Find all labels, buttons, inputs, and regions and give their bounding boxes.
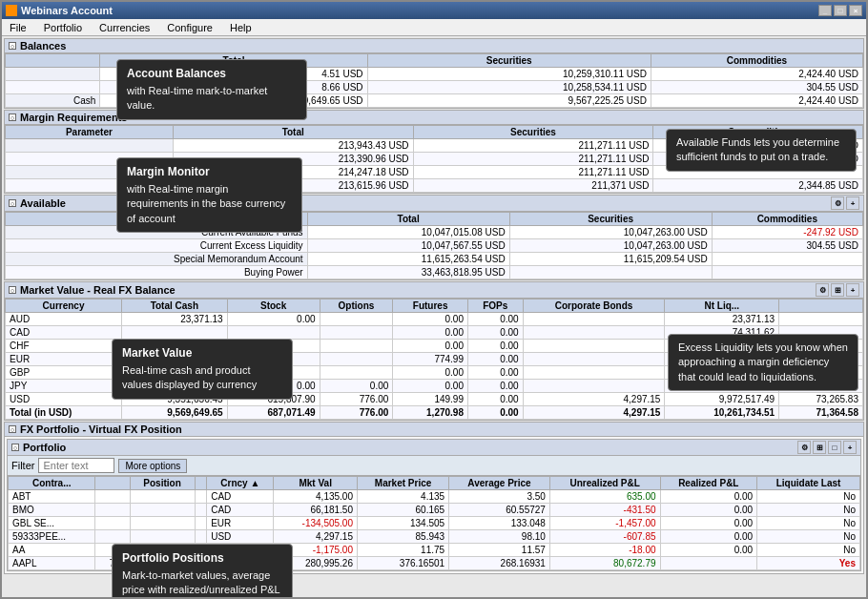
close-button[interactable]: ×	[849, 5, 862, 16]
mv-tool-1[interactable]: ⚙	[816, 283, 829, 297]
margin-title: Margin Requirements	[20, 112, 127, 123]
balances-col-securities: Securities	[367, 54, 651, 68]
table-row: AUD 23,371.13 0.00 0.00 0.00 23,371.13	[6, 313, 863, 326]
portfolio-col-2	[95, 477, 130, 490]
table-row: ABT CAD 4,135.00 4.135 3.50 635.00 0.00	[9, 490, 860, 504]
mv-col-ntliq: Nt Liq...	[665, 300, 779, 313]
portfolio-tool-4[interactable]: +	[843, 441, 857, 454]
tooltip-balances: Account Balances with Real-time mark-to-…	[116, 59, 307, 120]
mv-col-stock: Stock	[227, 300, 320, 313]
avail-col-total: Total	[307, 213, 509, 226]
portfolio-col-mktprice: Market Price	[357, 477, 448, 490]
title-bar-buttons: _ □ ×	[818, 5, 862, 16]
portfolio-tool-3[interactable]: □	[828, 441, 841, 454]
portfolio-filter-bar: Filter More options	[8, 456, 860, 476]
filter-label: Filter	[11, 460, 34, 471]
mv-title: Market Value - Real FX Balance	[20, 284, 176, 296]
tool-icon-1[interactable]: ⚙	[831, 196, 844, 210]
table-row: Special Memorandum Account 11,615,263.54…	[6, 253, 863, 266]
table-row: 59333PEE... USD 4,297.15 85.943 98.10 -6…	[9, 530, 860, 544]
margin-col-total: Total	[173, 126, 413, 139]
portfolio-title: Portfolio	[23, 442, 66, 453]
tooltip-portfolio-text: Mark-to-market values, average price wit…	[122, 569, 280, 595]
tooltip-portfolio-title: Portfolio Positions	[122, 550, 282, 567]
maximize-button[interactable]: □	[834, 5, 847, 16]
menu-help[interactable]: Help	[226, 22, 256, 33]
mv-collapse-icon[interactable]: ○	[9, 286, 16, 294]
portfolio-col-mktval: Mkt Val	[274, 477, 358, 490]
table-row: Buying Power 33,463,818.95 USD	[6, 266, 863, 279]
available-tools: ⚙ +	[831, 196, 859, 210]
mv-col-futures: Futures	[393, 300, 468, 313]
tooltip-balances-title: Account Balances	[127, 66, 297, 82]
portfolio-col-contract: Contra...	[9, 477, 95, 490]
balances-col-empty	[6, 54, 100, 68]
tooltip-margin-title: Margin Monitor	[127, 164, 292, 180]
window-title: Webinars Account	[21, 5, 113, 16]
available-collapse-icon[interactable]: ○	[9, 199, 16, 207]
tooltip-excess: Excess Liquidity lets you know when appr…	[668, 334, 858, 391]
market-value-header: ○ Market Value - Real FX Balance ⚙ ⊞ +	[5, 282, 863, 299]
menu-bar: File Portfolio Currencies Configure Help	[2, 19, 866, 36]
margin-col-securities: Securities	[413, 126, 653, 139]
tool-icon-2[interactable]: +	[846, 196, 859, 210]
balances-col-commodities: Commodities	[651, 54, 862, 68]
tooltip-balances-text: with Real-time mark-to-market value.	[127, 85, 267, 111]
avail-col-commodities: Commodities	[712, 213, 862, 226]
portfolio-col-unrealized: Unrealized P&L	[549, 477, 660, 490]
portfolio-header: ○ Portfolio ⚙ ⊞ □ +	[8, 440, 860, 456]
menu-portfolio[interactable]: Portfolio	[40, 22, 86, 33]
menu-currencies[interactable]: Currencies	[95, 22, 154, 33]
portfolio-col-realized: Realized P&L	[660, 477, 757, 490]
menu-configure[interactable]: Configure	[163, 22, 217, 33]
balances-title: Balances	[20, 40, 66, 52]
mv-tool-2[interactable]: ⊞	[831, 283, 844, 297]
tooltip-mv-text: Real-time cash and product values displa…	[122, 364, 257, 390]
portfolio-tools: ⚙ ⊞ □ +	[797, 441, 857, 454]
portfolio-collapse-icon[interactable]: ○	[11, 444, 19, 451]
tooltip-excess-text: Excess Liquidity lets you know when appr…	[678, 341, 848, 382]
minimize-button[interactable]: _	[818, 5, 832, 16]
fx-collapse-icon[interactable]: ○	[9, 425, 16, 433]
tooltip-available: Available Funds lets you determine suffi…	[666, 129, 857, 172]
mv-col-corpbonds: Corporate Bonds	[523, 300, 665, 313]
mv-tools: ⚙ ⊞ +	[816, 283, 859, 297]
title-bar: Webinars Account _ □ ×	[2, 2, 866, 19]
balances-collapse-icon[interactable]: ○	[9, 42, 16, 50]
mv-tool-3[interactable]: +	[846, 283, 859, 297]
portfolio-col-currency: Crncy ▲	[207, 477, 274, 490]
table-row: Current Excess Liquidity 10,047,567.55 U…	[6, 239, 863, 253]
avail-col-securities: Securities	[509, 213, 712, 226]
tooltip-mv: Market Value Real-time cash and product …	[112, 339, 293, 400]
margin-col-param: Parameter	[6, 126, 174, 139]
portfolio-col-avgprice: Average Price	[449, 477, 550, 490]
mv-col-fops: FOPs	[467, 300, 523, 313]
mv-col-options: Options	[320, 300, 393, 313]
portfolio-col-position: Position	[130, 477, 195, 490]
filter-input[interactable]	[38, 458, 114, 473]
mv-col-currency: Currency	[6, 300, 122, 313]
more-options-button[interactable]: More options	[118, 459, 187, 473]
portfolio-tool-2[interactable]: ⊞	[813, 441, 826, 454]
table-row: BMO CAD 66,181.50 60.165 60.55727 -431.5…	[9, 504, 860, 517]
title-bar-left: Webinars Account	[6, 5, 113, 16]
fx-portfolio-header: ○ FX Portfolio - Virtual FX Position	[5, 423, 863, 437]
tooltip-mv-title: Market Value	[122, 345, 282, 361]
app-icon	[6, 5, 17, 16]
content-area: ○ Balances Total Securities Commodities	[2, 36, 866, 597]
tooltip-margin-text: with Real-time margin requirements in th…	[127, 183, 285, 224]
portfolio-tool-1[interactable]: ⚙	[797, 441, 811, 454]
table-row: Total (in USD) 9,569,649.65 687,071.49 7…	[6, 406, 863, 420]
balances-header: ○ Balances	[5, 39, 863, 53]
portfolio-col-4	[195, 477, 207, 490]
tooltip-available-text: Available Funds lets you determine suffi…	[676, 136, 839, 162]
tooltip-margin: Margin Monitor with Real-time margin req…	[116, 157, 302, 233]
menu-file[interactable]: File	[6, 22, 31, 33]
main-window: Webinars Account _ □ × File Portfolio Cu…	[0, 0, 868, 599]
table-row: GBL SE... EUR -134,505.00 134.505 133.04…	[9, 517, 860, 530]
available-title: Available	[20, 197, 66, 209]
margin-collapse-icon[interactable]: ○	[9, 114, 16, 121]
fx-portfolio-title: FX Portfolio - Virtual FX Position	[20, 423, 182, 435]
mv-col-totalcash: Total Cash	[122, 300, 228, 313]
portfolio-col-liquidate: Liquidate Last	[757, 477, 860, 490]
